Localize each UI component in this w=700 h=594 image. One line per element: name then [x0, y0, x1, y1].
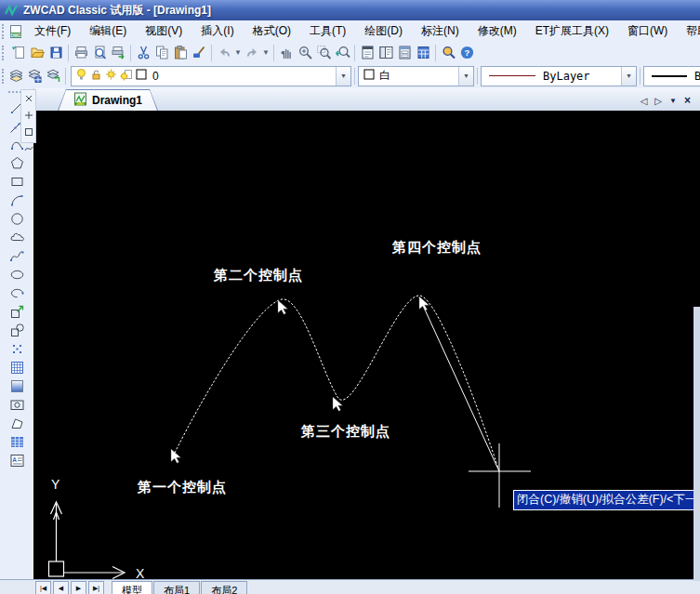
circle-tool-button[interactable]	[6, 209, 28, 228]
lineweight-sample	[652, 75, 687, 77]
menu-item-1[interactable]: 编辑(E)	[80, 20, 136, 42]
region-tool-button[interactable]	[6, 395, 28, 414]
pan-button[interactable]	[277, 44, 296, 62]
properties-button[interactable]	[358, 44, 376, 62]
linetype-combo[interactable]: ByLayer ▼	[481, 66, 637, 86]
color-combo[interactable]: 白 ▼	[358, 66, 474, 86]
point-tool-button[interactable]	[6, 339, 28, 358]
menu-item-5[interactable]: 工具(T)	[300, 20, 355, 42]
prev-tab-icon[interactable]: ◁	[641, 96, 648, 106]
zoom-realtime-button[interactable]	[296, 44, 314, 62]
next-tab-icon[interactable]: ▷	[654, 96, 662, 106]
open-button[interactable]	[28, 44, 46, 62]
mtext-tool-button[interactable]: A	[6, 451, 28, 469]
menu-items: 文件(F)编辑(E)视图(V)插入(I)格式(O)工具(T)绘图(D)标注(N)…	[25, 20, 700, 42]
layout-tab-0[interactable]: 模型	[112, 581, 152, 594]
color-combo-dropdown[interactable]: ▼	[458, 67, 473, 86]
layout-tab-2[interactable]: 布局2	[201, 581, 247, 594]
wipeout-tool-button[interactable]	[6, 414, 28, 432]
menu-item-7[interactable]: 标注(N)	[412, 20, 469, 42]
drawing-canvas[interactable]: YX 第一个控制点第二个控制点第三个控制点第四个控制点 闭合(C)/撤销(U)/…	[33, 111, 700, 581]
hatch-tool-button[interactable]	[6, 358, 28, 376]
undo-dropdown[interactable]: ▼	[233, 48, 243, 57]
menu-item-4[interactable]: 格式(O)	[244, 20, 300, 42]
layer-properties-button[interactable]	[7, 67, 25, 86]
save-button[interactable]	[46, 44, 65, 62]
layer-lock-icon[interactable]	[90, 68, 102, 84]
tool-palettes-button[interactable]	[395, 44, 414, 62]
linetype-combo-dropdown[interactable]: ▼	[621, 67, 636, 86]
svg-text:DWG: DWG	[11, 33, 21, 37]
ucs-y-label: Y	[51, 477, 60, 492]
curve-marker-icon[interactable]	[24, 140, 33, 157]
menubar-grip[interactable]	[2, 24, 4, 39]
cross-marker-icon[interactable]	[24, 107, 33, 124]
undo-button[interactable]	[215, 44, 233, 62]
redo-dropdown[interactable]: ▼	[261, 48, 271, 57]
menu-item-0[interactable]: 文件(F)	[25, 20, 80, 42]
zoom-previous-button[interactable]	[333, 44, 351, 62]
paste-button[interactable]	[171, 44, 190, 62]
help-button[interactable]: ?	[457, 44, 476, 62]
ellipse-tool-button[interactable]	[6, 265, 28, 284]
menu-item-9[interactable]: ET扩展工具(X)	[526, 20, 618, 42]
lineweight-combo[interactable]: ByLayer	[643, 66, 700, 86]
make-block-tool-button[interactable]	[6, 321, 28, 339]
snap-marker-icon[interactable]	[24, 90, 33, 107]
copy-button[interactable]	[152, 44, 171, 62]
document-tab-drawing1[interactable]: DWG Drawing1	[58, 89, 158, 111]
layer-buttons	[7, 67, 62, 86]
layer-freeze-sun-icon[interactable]	[105, 68, 117, 84]
menu-item-3[interactable]: 插入(I)	[192, 20, 243, 42]
layer-color-swatch[interactable]	[136, 69, 147, 83]
revision-cloud-tool-button[interactable]	[6, 228, 28, 246]
toolbar-separator	[477, 68, 478, 85]
rectangle-tool-button[interactable]	[6, 172, 28, 191]
match-properties-button[interactable]	[190, 44, 208, 62]
layer-states-button[interactable]	[25, 67, 44, 86]
arc-tool-button[interactable]	[6, 191, 28, 209]
cut-button[interactable]	[134, 44, 152, 62]
layout-tab-1[interactable]: 布局1	[153, 581, 200, 594]
dwg-file-icon: DWG	[7, 22, 25, 41]
layer-combo-dropdown[interactable]: ▼	[336, 67, 350, 86]
tab-list-icon[interactable]: ▼	[669, 97, 677, 105]
layer-on-bulb-icon[interactable]	[75, 68, 87, 84]
spline-tool-button[interactable]	[6, 246, 28, 265]
color-value: 白	[379, 68, 390, 84]
table-tool-button[interactable]	[6, 432, 28, 451]
menu-item-2[interactable]: 视图(V)	[136, 20, 192, 42]
menu-item-8[interactable]: 修改(M)	[469, 20, 526, 42]
redo-button[interactable]	[243, 44, 261, 62]
gradient-tool-button[interactable]	[6, 376, 28, 395]
designcenter-button[interactable]	[376, 44, 395, 62]
toolbar-separator	[354, 68, 355, 85]
title-bar: ZWCAD Classic 试用版 - [Drawing1]	[0, 0, 700, 20]
zoom-window-button[interactable]	[314, 44, 333, 62]
next-layout-icon[interactable]: ▶	[71, 581, 86, 594]
first-layout-icon[interactable]: |◀	[35, 581, 51, 594]
ellipse-arc-tool-button[interactable]	[6, 284, 28, 302]
layer-previous-button[interactable]	[44, 67, 62, 86]
plot-button[interactable]	[109, 44, 127, 62]
print-preview-button[interactable]	[90, 44, 109, 62]
prev-layout-icon[interactable]: ◀	[53, 581, 69, 594]
menu-item-10[interactable]: 窗口(W)	[618, 20, 677, 42]
layer-viewport-freeze-icon[interactable]	[120, 68, 133, 84]
standard-toolbar-grip[interactable]	[2, 46, 7, 60]
insert-block-tool-button[interactable]	[6, 302, 28, 321]
quickcalc-button[interactable]	[414, 44, 432, 62]
last-layout-icon[interactable]: ▶|	[88, 581, 104, 594]
box-marker-icon[interactable]	[24, 124, 33, 140]
layer-combo[interactable]: 0 ▼	[71, 66, 351, 86]
toolbar-separator	[65, 68, 66, 85]
layout-tab-bar: |◀ ◀ ▶ ▶| 模型布局1布局2	[0, 579, 700, 594]
print-button[interactable]	[72, 44, 90, 62]
layers-toolbar-grip[interactable]	[2, 69, 4, 84]
close-tab-icon[interactable]: ×	[684, 94, 691, 107]
menu-item-6[interactable]: 绘图(D)	[355, 20, 412, 42]
find-button[interactable]	[439, 44, 457, 62]
menu-item-11[interactable]: 帮助(H)	[677, 20, 700, 42]
new-button[interactable]	[9, 44, 28, 62]
control-point-label-2: 第二个控制点	[214, 267, 303, 284]
